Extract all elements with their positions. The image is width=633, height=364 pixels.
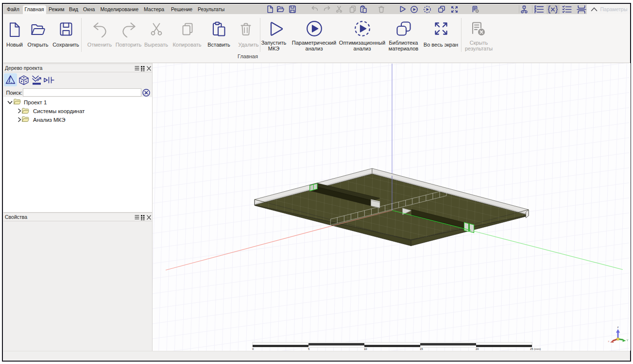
svg-text:25 (mm): 25 (mm)	[530, 347, 541, 350]
svg-text:10: 10	[364, 347, 367, 350]
svg-text:z: z	[617, 326, 619, 329]
svg-text:Y: Y	[627, 339, 629, 342]
svg-text:15: 15	[420, 347, 423, 350]
svg-text:20: 20	[476, 347, 479, 350]
svg-text:x: x	[608, 340, 610, 343]
